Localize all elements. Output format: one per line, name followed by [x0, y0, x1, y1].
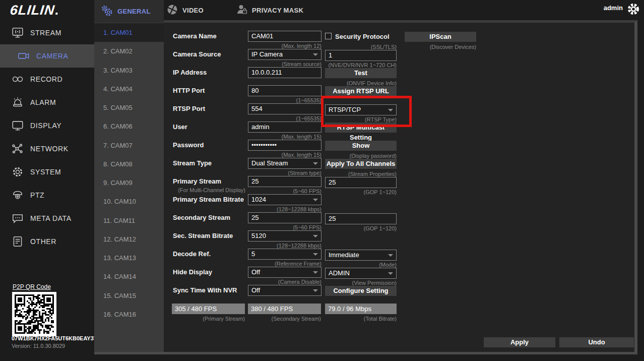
- sidebar-item-label: STREAM: [30, 29, 61, 37]
- password-input[interactable]: •••••••••••: [248, 140, 321, 151]
- camera-list-item[interactable]: 8. CAM08: [94, 155, 164, 173]
- camera-list-item[interactable]: 1. CAM01: [94, 23, 164, 42]
- firmware-version: Version: 11.0.30.8029: [12, 343, 65, 349]
- hide-display-dropdown[interactable]: Off: [248, 267, 321, 278]
- immediate-dropdown[interactable]: Immediate: [325, 250, 397, 261]
- primary-stream-bitrate-value: 1024: [251, 196, 266, 203]
- camera-name-input[interactable]: CAM01: [248, 31, 321, 42]
- camera-list-item[interactable]: 11. CAM11: [94, 211, 164, 230]
- test-button[interactable]: Test: [325, 68, 397, 78]
- camera-list-item[interactable]: 14. CAM14: [94, 267, 164, 286]
- admin-dropdown[interactable]: ADMIN: [325, 268, 397, 279]
- sidebar-item-label: DISPLAY: [30, 122, 61, 130]
- sync-time-with-nvr-dropdown[interactable]: Off: [248, 285, 321, 296]
- tab-privacy-mask[interactable]: PRIVACY MASK: [236, 0, 327, 21]
- sidebar-item-label: CAMERA: [36, 52, 69, 60]
- camera-list-item[interactable]: 2. CAM02: [94, 42, 164, 61]
- admin-value: ADMIN: [329, 269, 350, 277]
- undo-button[interactable]: Undo: [559, 337, 634, 347]
- sidebar-item-network[interactable]: NETWORK: [0, 137, 94, 160]
- sidebar-item-label: ALARM: [30, 98, 56, 106]
- primary-stream-input[interactable]: 25: [248, 176, 321, 187]
- rtsp-multicast-setting-button[interactable]: RTSP Multicast Setting: [325, 123, 397, 133]
- gear-icon[interactable]: [626, 2, 640, 16]
- field-hint: (NVE/DVR/NVR 1~720 CH): [325, 62, 397, 68]
- sidebar-item-system[interactable]: SYSTEM: [0, 160, 94, 184]
- camera-list-item[interactable]: 3. CAM03: [94, 61, 164, 80]
- sidebar-item-other[interactable]: OTHER: [0, 230, 94, 253]
- sec-stream-bitrate-dropdown[interactable]: 5120: [248, 230, 321, 242]
- sidebar-item-stream[interactable]: STREAM: [0, 21, 94, 44]
- field-hint: (5~60 FPS): [248, 188, 321, 194]
- decode-ref-value: 5: [251, 250, 255, 258]
- chevron-down-icon: [313, 162, 318, 165]
- camera-list-item[interactable]: 4. CAM04: [94, 80, 164, 98]
- 1-input[interactable]: 1: [325, 50, 397, 61]
- security-protocol-checkbox[interactable]: [325, 33, 332, 39]
- network-icon: [11, 142, 24, 155]
- field-hint: (Display password): [325, 153, 397, 159]
- chevron-down-icon: [388, 109, 393, 111]
- camera-list-item[interactable]: 6. CAM06: [94, 117, 164, 136]
- field-hint: (Max. length 15): [248, 152, 321, 158]
- rtsp-port-input[interactable]: 554: [248, 103, 321, 114]
- user-input[interactable]: admin: [248, 122, 321, 133]
- stream-type-dropdown[interactable]: Dual Stream: [248, 158, 321, 169]
- immediate-value: Immediate: [329, 251, 359, 259]
- http-port-input[interactable]: 80: [248, 85, 321, 96]
- field-hint: (View Permission): [325, 280, 397, 286]
- sidebar-item-camera[interactable]: CAMERA: [0, 44, 94, 68]
- security-protocol-label: Security Protocol: [335, 33, 401, 40]
- ip-address-input[interactable]: 10.0.0.211: [248, 67, 321, 78]
- display-icon: [11, 119, 24, 132]
- tab-general[interactable]: GENERAL: [94, 0, 164, 23]
- rtsp-port-label: RTSP Port: [173, 105, 248, 112]
- camera-list-item[interactable]: 13. CAM13: [94, 249, 164, 267]
- configure-setting-button[interactable]: Configure Setting: [325, 286, 397, 296]
- camera-source-dropdown[interactable]: IP Camera: [248, 49, 321, 60]
- sidebar-item-ptz[interactable]: PTZ: [0, 184, 94, 207]
- 25-input[interactable]: 25: [325, 213, 397, 224]
- assign-rtsp-url-button[interactable]: Assign RTSP URL: [325, 86, 397, 96]
- decode-ref-dropdown[interactable]: 5: [248, 249, 321, 260]
- rtsp-tcp-dropdown[interactable]: RTSP/TCP: [325, 104, 397, 115]
- secondary-stream-input[interactable]: 25: [248, 212, 321, 223]
- rtsp-tcp-value: RTSP/TCP: [329, 106, 361, 113]
- primary-stream-bitrate-label: Primary Stream Bitrate: [173, 196, 248, 203]
- camera-list-item[interactable]: 16. CAM16: [94, 305, 164, 324]
- tab-general-label: GENERAL: [117, 8, 151, 15]
- primary-stream-bitrate-dropdown[interactable]: 1024: [248, 194, 321, 205]
- camera-list-item[interactable]: 7. CAM07: [94, 136, 164, 155]
- ipscan-button[interactable]: IPScan: [405, 32, 476, 42]
- camera-list-item[interactable]: 15. CAM15: [94, 286, 164, 305]
- logged-in-user: admin: [572, 4, 623, 12]
- field-hint: (GOP 1~120): [325, 225, 397, 231]
- field-hint: (128~12288 kbps): [248, 243, 321, 249]
- sidebar-item-display[interactable]: DISPLAY: [0, 114, 94, 137]
- lilin-logo: 6LILIN: [9, 3, 58, 18]
- show-button[interactable]: Show: [325, 141, 397, 151]
- field-hint: (GOP 1~120): [325, 189, 397, 195]
- status-chip-hint: (Secondary Stream): [248, 316, 321, 322]
- 25-input[interactable]: 25: [325, 177, 397, 188]
- camera-list-item[interactable]: 9. CAM09: [94, 173, 164, 192]
- sidebar-item-record[interactable]: RECORD: [0, 68, 94, 91]
- sync-time-with-nvr-label: Sync Time With NVR: [173, 286, 248, 294]
- sync-time-with-nvr-value: Off: [251, 286, 260, 294]
- apply-to-all-channels-button[interactable]: Apply To All Channels: [325, 159, 397, 169]
- status-chip: 79.0 / 96 Mbps: [325, 304, 397, 314]
- camera-list-item[interactable]: 12. CAM12: [94, 230, 164, 249]
- sidebar-item-label: NETWORK: [30, 145, 69, 153]
- logo-dot: [55, 13, 57, 15]
- apply-button[interactable]: Apply: [484, 337, 555, 347]
- chevron-down-icon: [313, 199, 318, 201]
- camera-list-item[interactable]: 10. CAM10: [94, 192, 164, 211]
- sidebar-item-alarm[interactable]: ALARM: [0, 91, 94, 114]
- tab-video[interactable]: VIDEO: [166, 0, 232, 21]
- status-chip: 305 / 480 FPS: [172, 304, 245, 314]
- password-value: •••••••••••: [251, 141, 277, 149]
- field-hint: (RTSP Type): [325, 116, 397, 123]
- sidebar-item-meta-data[interactable]: META DATA: [0, 207, 94, 230]
- camera-list-item[interactable]: 5. CAM05: [94, 98, 164, 117]
- decode-ref-label: Decode Ref.: [173, 250, 248, 258]
